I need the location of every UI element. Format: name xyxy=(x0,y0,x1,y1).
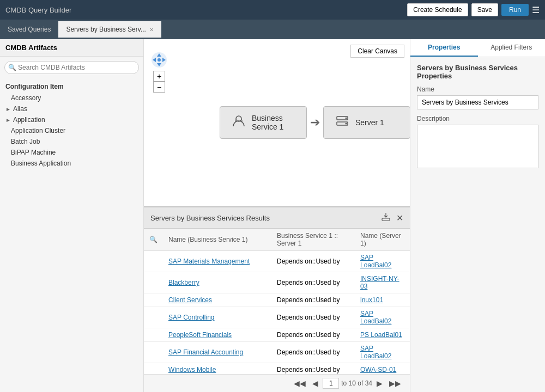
node-business-service[interactable]: Business Service 1 xyxy=(220,106,307,139)
row-relation: Depends on::Used by xyxy=(271,363,355,375)
table-row: SAP Controlling Depends on::Used by SAP … xyxy=(144,307,410,328)
col-header-name-s1[interactable]: Name (Server 1) xyxy=(355,229,410,251)
results-header: Servers by Business Services Results ✕ xyxy=(144,207,410,229)
prev-page-button[interactable]: ◀ xyxy=(310,378,320,389)
business-service-icon xyxy=(231,113,246,132)
last-page-button[interactable]: ▶▶ xyxy=(387,378,403,389)
tab-saved-queries[interactable]: Saved Queries xyxy=(0,21,58,38)
close-results-button[interactable]: ✕ xyxy=(396,212,403,224)
col-header-name-bs1[interactable]: Name (Business Service 1) xyxy=(163,229,271,251)
results-panel: Servers by Business Services Results ✕ xyxy=(144,207,410,392)
search-input[interactable] xyxy=(4,61,139,74)
sidebar-item-bipap-machine[interactable]: BiPAP Machine xyxy=(0,147,143,158)
row-check-cell xyxy=(144,363,163,375)
expand-arrow-icon: ► xyxy=(5,106,11,112)
row-check-cell xyxy=(144,251,163,272)
tabs-row: Saved Queries Servers by Business Serv..… xyxy=(0,20,545,39)
col-header-relation[interactable]: Business Service 1 :: Server 1 xyxy=(271,229,355,251)
zoom-in-button[interactable]: + xyxy=(153,71,165,82)
sidebar-item-alias[interactable]: ► Alias xyxy=(0,103,143,114)
pagination: ◀◀ ◀ to 10 of 34 ▶ ▶▶ xyxy=(144,374,410,392)
table-row: Windows Mobile Depends on::Used by OWA-S… xyxy=(144,363,410,375)
name-prop-label: Name xyxy=(417,85,538,93)
search-icon: 🔍 xyxy=(8,64,16,71)
node-business-service-label: Business Service 1 xyxy=(252,114,295,131)
search-col-icon: 🔍 xyxy=(149,236,158,243)
canvas-zoom-controls: + − xyxy=(153,71,165,93)
canvas-nav: + − xyxy=(149,50,169,93)
sidebar-content: Configuration Item Accessory ► Alias ► A… xyxy=(0,78,143,392)
main-layout: CMDB Artifacts 🔍 Configuration Item Acce… xyxy=(0,39,545,392)
row-server-name: INSIGHT-NY-03 xyxy=(355,272,410,293)
row-relation: Depends on::Used by xyxy=(271,328,355,342)
tab-properties[interactable]: Properties xyxy=(410,39,478,57)
row-check-cell xyxy=(144,293,163,307)
name-prop-input[interactable] xyxy=(417,95,538,109)
sidebar-item-application-cluster[interactable]: Application Cluster xyxy=(0,125,143,136)
canvas-pan-control[interactable] xyxy=(149,50,169,70)
create-schedule-button[interactable]: Create Schedule xyxy=(407,3,468,16)
table-row: PeopleSoft Financials Depends on::Used b… xyxy=(144,328,410,342)
row-bs-name: Blackberry xyxy=(163,272,271,293)
zoom-out-button[interactable]: − xyxy=(153,82,165,93)
row-bs-name: SAP Materials Management xyxy=(163,251,271,272)
results-title: Servers by Business Services Results xyxy=(150,214,270,222)
col-header-search: 🔍 xyxy=(144,229,163,251)
page-input[interactable] xyxy=(323,378,339,389)
row-server-name: SAP LoadBal02 xyxy=(355,307,410,328)
first-page-button[interactable]: ◀◀ xyxy=(292,378,308,389)
row-check-cell xyxy=(144,272,163,293)
svg-point-9 xyxy=(346,118,347,119)
sidebar-item-business-application[interactable]: Business Application xyxy=(0,158,143,169)
node-server[interactable]: Server 1 xyxy=(323,106,410,139)
server-icon xyxy=(335,113,350,132)
row-bs-name: Windows Mobile xyxy=(163,363,271,375)
table-row: Blackberry Depends on::Used by INSIGHT-N… xyxy=(144,272,410,293)
row-check-cell xyxy=(144,307,163,328)
row-server-name: OWA-SD-01 xyxy=(355,363,410,375)
row-check-cell xyxy=(144,328,163,342)
sidebar-section-label: Configuration Item xyxy=(0,81,143,93)
row-bs-name: SAP Financial Accounting xyxy=(163,342,271,363)
search-box: 🔍 xyxy=(4,61,139,74)
expand-arrow-icon: ► xyxy=(5,117,11,123)
row-relation: Depends on::Used by xyxy=(271,251,355,272)
canvas-nodes: Business Service 1 ➔ Server 1 xyxy=(220,106,410,139)
tab-close-icon[interactable]: ✕ xyxy=(149,27,154,33)
settings-button[interactable]: ☰ xyxy=(532,5,540,15)
canvas-toolbar: Clear Canvas xyxy=(350,45,404,58)
table-row: SAP Financial Accounting Depends on::Use… xyxy=(144,342,410,363)
sidebar-item-application[interactable]: ► Application xyxy=(0,114,143,125)
sidebar-title: CMDB Artifacts xyxy=(0,39,143,57)
row-server-name: lnux101 xyxy=(355,293,410,307)
page-info: to 10 of 34 xyxy=(341,379,372,387)
results-table: 🔍 Name (Business Service 1) Business Ser… xyxy=(144,229,410,374)
row-relation: Depends on::Used by xyxy=(271,293,355,307)
app-header: CMDB Query Builder Create Schedule Save … xyxy=(0,0,545,20)
row-server-name: SAP LoadBal02 xyxy=(355,251,410,272)
run-button[interactable]: Run xyxy=(501,4,529,16)
sidebar-item-accessory[interactable]: Accessory xyxy=(0,93,143,103)
right-tabs: Properties Applied Filters xyxy=(410,39,545,57)
export-button[interactable] xyxy=(381,212,391,224)
save-button[interactable]: Save xyxy=(471,3,498,16)
results-table-wrapper: 🔍 Name (Business Service 1) Business Ser… xyxy=(144,229,410,374)
description-prop-textarea[interactable] xyxy=(417,125,538,168)
right-panel: Properties Applied Filters Servers by Bu… xyxy=(410,39,545,392)
table-row: Client Services Depends on::Used by lnux… xyxy=(144,293,410,307)
row-server-name: PS LoadBal01 xyxy=(355,328,410,342)
clear-canvas-button[interactable]: Clear Canvas xyxy=(350,45,404,58)
results-actions: ✕ xyxy=(381,212,403,224)
description-prop-label: Description xyxy=(417,115,538,122)
row-relation: Depends on::Used by xyxy=(271,307,355,328)
content-area: Clear Canvas + − xyxy=(144,39,410,392)
right-panel-content: Servers by Business Services Properties … xyxy=(410,57,545,392)
svg-rect-11 xyxy=(382,218,390,220)
tab-applied-filters[interactable]: Applied Filters xyxy=(478,39,546,57)
tab-servers-by-business-services[interactable]: Servers by Business Serv... ✕ xyxy=(58,21,161,38)
row-bs-name: PeopleSoft Financials xyxy=(163,328,271,342)
svg-point-5 xyxy=(158,58,161,62)
arrow-connector-icon: ➔ xyxy=(310,115,320,130)
sidebar-item-batch-job[interactable]: Batch Job xyxy=(0,136,143,147)
next-page-button[interactable]: ▶ xyxy=(374,378,385,389)
